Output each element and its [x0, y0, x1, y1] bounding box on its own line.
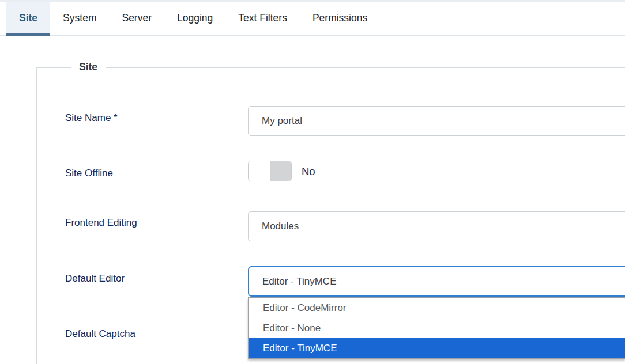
option-editor-none[interactable]: Editor - None [249, 318, 625, 338]
tab-logging[interactable]: Logging [164, 2, 225, 35]
global-configuration-page: Site System Server Logging Text Filters … [0, 0, 625, 364]
frontend-editing-select[interactable]: Modules [248, 211, 625, 241]
site-fieldset-legend: Site [71, 61, 106, 73]
option-editor-codemirror[interactable]: Editor - CodeMirror [249, 298, 625, 318]
site-offline-value: No [302, 165, 315, 178]
default-editor-dropdown: Editor - CodeMirror Editor - None Editor… [248, 297, 625, 359]
site-name-label: Site Name * [65, 112, 238, 124]
site-name-input[interactable] [248, 106, 625, 136]
toggle-on-half[interactable] [249, 161, 270, 181]
tab-text-filters[interactable]: Text Filters [225, 2, 300, 35]
option-editor-tinymce[interactable]: Editor - TinyMCE [249, 338, 625, 358]
default-editor-label: Default Editor [65, 272, 238, 285]
default-editor-select[interactable]: Editor - TinyMCE [248, 266, 625, 297]
tab-permissions[interactable]: Permissions [300, 2, 380, 35]
site-offline-toggle[interactable] [248, 161, 292, 181]
config-tabbar: Site System Server Logging Text Filters … [0, 0, 625, 36]
site-offline-label: Site Offline [65, 167, 238, 180]
tab-system[interactable]: System [50, 2, 109, 35]
frontend-editing-label: Frontend Editing [65, 217, 238, 229]
tab-site[interactable]: Site [6, 2, 50, 35]
toggle-off-half[interactable] [270, 161, 292, 181]
default-captcha-label: Default Captcha [65, 328, 238, 340]
tab-server[interactable]: Server [109, 2, 164, 35]
